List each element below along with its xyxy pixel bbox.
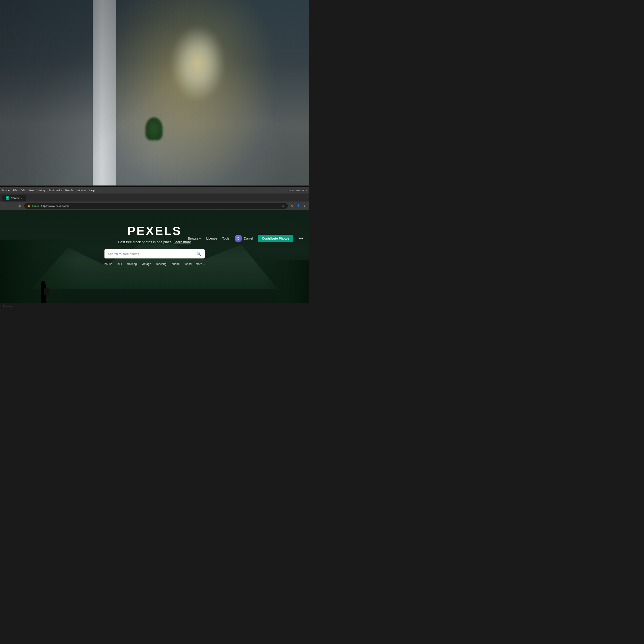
screen-bezel: hrome File Edit View History Bookmarks P… <box>0 185 309 309</box>
hero-content: PEXELS Best free stock photos in one pla… <box>0 224 309 266</box>
extensions-icon[interactable]: ⚙ <box>290 203 295 208</box>
search-submit-icon[interactable]: 🔍 <box>196 252 201 256</box>
suggestion-phone[interactable]: phone <box>171 262 181 266</box>
bookmark-star-icon[interactable]: ☆ <box>282 204 285 208</box>
browser-tabs-bar: P Pexels ✕ <box>0 193 309 202</box>
nav-browse[interactable]: Browse ▾ <box>188 237 201 240</box>
menu-history[interactable]: History <box>37 189 46 192</box>
refresh-button[interactable]: ↻ <box>17 203 22 208</box>
url-text: https://www.pexels.com <box>41 204 69 208</box>
search-bar[interactable]: Search for free photos... 🔍 <box>104 249 205 258</box>
menu-bookmarks[interactable]: Bookmarks <box>49 189 62 192</box>
lock-icon: 🔒 <box>27 205 30 207</box>
nav-tools[interactable]: Tools <box>222 237 230 240</box>
user-avatar[interactable]: D <box>235 235 242 242</box>
suggestion-house[interactable]: house <box>103 262 113 266</box>
suggestion-training[interactable]: training <box>126 262 138 266</box>
secure-label: Secure <box>32 205 39 207</box>
forward-button[interactable]: → <box>10 203 15 208</box>
menu-view[interactable]: View <box>29 189 34 192</box>
tab-favicon: P <box>6 196 9 200</box>
clock: Wed 16:15 <box>296 189 307 192</box>
battery-status: 100% <box>288 189 294 192</box>
menu-edit[interactable]: Edit <box>21 189 25 192</box>
browser-menu-bar: hrome File Edit View History Bookmarks P… <box>0 187 309 193</box>
suggestion-blur[interactable]: blur <box>116 262 123 266</box>
office-dark-overlay <box>0 0 309 195</box>
pexels-nav: Browse ▾ License Tools D Daniel Contribu… <box>0 233 309 244</box>
address-field[interactable]: 🔒 Secure https://www.pexels.com ☆ <box>24 203 288 209</box>
laptop-screen: hrome File Edit View History Bookmarks P… <box>0 185 309 309</box>
active-tab[interactable]: P Pexels ✕ <box>2 195 26 202</box>
search-placeholder-text: Search for free photos... <box>108 252 194 256</box>
browser-toolbar-icons: ⚙ 👤 ⋮ <box>290 203 307 208</box>
browser-status-bar: Searches <box>0 303 309 309</box>
more-options-icon[interactable]: ⋮ <box>302 203 307 208</box>
more-suggestions-link[interactable]: more → <box>195 262 206 266</box>
browser-address-bar: ← → ↻ 🔒 Secure https://www.pexels.com ☆ … <box>0 202 309 210</box>
nav-license[interactable]: License <box>206 237 217 240</box>
tab-title: Pexels <box>11 197 19 199</box>
contribute-photos-button[interactable]: Contribute Photos <box>258 235 293 242</box>
menu-chrome[interactable]: hrome <box>2 189 10 192</box>
user-profile-section: D Daniel <box>235 235 253 242</box>
menu-file[interactable]: File <box>13 189 17 192</box>
suggestion-wood[interactable]: wood <box>183 262 193 266</box>
suggestion-meeting[interactable]: meeting <box>155 262 168 266</box>
status-text: Searches <box>3 305 13 307</box>
menu-right-status: 100% Wed 16:15 <box>288 189 307 192</box>
menu-people[interactable]: People <box>65 189 73 192</box>
forest-right <box>263 260 309 309</box>
chevron-down-icon: ▾ <box>199 237 201 240</box>
menu-window[interactable]: Window <box>77 189 86 192</box>
hiker-backpack <box>44 288 49 295</box>
search-suggestions: house blur training vintage meeting phon… <box>103 262 206 266</box>
hiker-figure <box>37 269 52 303</box>
browser-chrome: hrome File Edit View History Bookmarks P… <box>0 187 309 210</box>
suggestion-vintage[interactable]: vintage <box>141 262 152 266</box>
profile-icon[interactable]: 👤 <box>296 203 301 208</box>
back-button[interactable]: ← <box>2 203 8 208</box>
tab-close-button[interactable]: ✕ <box>20 197 23 200</box>
website-container: Browse ▾ License Tools D Daniel Contribu… <box>0 210 309 309</box>
menu-help[interactable]: Help <box>89 189 95 192</box>
more-options-nav-button[interactable]: ••• <box>299 236 303 241</box>
user-name-label: Daniel <box>244 237 253 240</box>
